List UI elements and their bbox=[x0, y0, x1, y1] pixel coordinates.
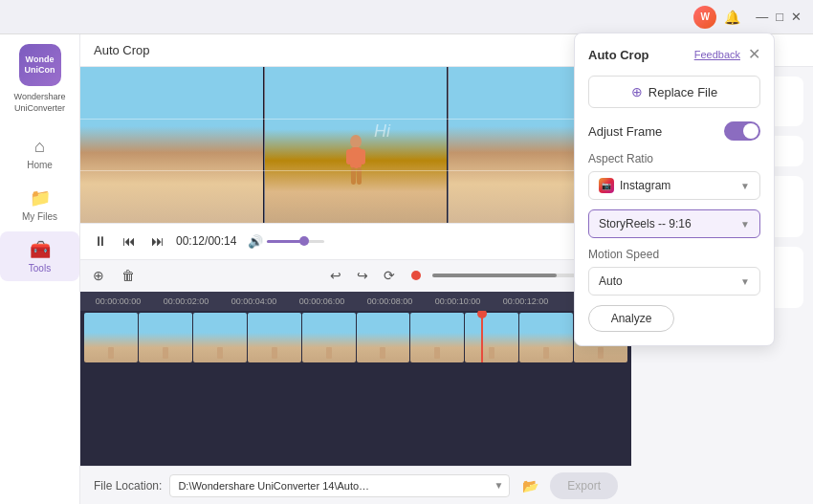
progress-fill bbox=[432, 274, 557, 277]
aspect-ratio-label: Aspect Ratio bbox=[588, 152, 760, 165]
fig-3 bbox=[217, 347, 223, 359]
track-thumb-3 bbox=[193, 313, 247, 362]
motion-speed-select[interactable]: Auto ▼ bbox=[588, 267, 760, 296]
fig-2 bbox=[163, 347, 168, 359]
trash-button[interactable]: 🗑 bbox=[117, 266, 140, 285]
ruler-mark-4: 00:00:08:00 bbox=[356, 296, 424, 306]
sub-option-select[interactable]: StoryReels -- 9:16 ▼ bbox=[588, 209, 760, 238]
panel-header-right: Feedback ✕ bbox=[694, 47, 760, 62]
tools-icon: 🧰 bbox=[30, 239, 51, 260]
track-thumb-8 bbox=[465, 313, 518, 362]
analyze-button[interactable]: Analyze bbox=[588, 305, 674, 332]
panel-header: Auto Crop Feedback ✕ bbox=[588, 47, 760, 62]
ruler-mark-3: 00:00:06:00 bbox=[288, 296, 356, 306]
sidebar: WondeUniCon Wondershare UniConverter ⌂ H… bbox=[0, 34, 80, 504]
volume-icon: 🔊 bbox=[248, 234, 263, 249]
feedback-link[interactable]: Feedback bbox=[694, 49, 740, 60]
avatar: W bbox=[693, 6, 716, 29]
track-thumb-1 bbox=[84, 313, 138, 362]
svg-point-0 bbox=[350, 135, 362, 148]
replace-file-label: Replace File bbox=[648, 85, 717, 99]
playhead[interactable] bbox=[481, 313, 483, 362]
bell-icon[interactable]: 🔔 bbox=[724, 10, 740, 25]
maximize-icon[interactable]: □ bbox=[776, 10, 783, 24]
sidebar-label-tools: Tools bbox=[29, 263, 51, 274]
motion-speed-label: Motion Speed bbox=[588, 248, 760, 261]
svg-rect-5 bbox=[357, 167, 362, 185]
video-canvas: Hi bbox=[80, 67, 631, 223]
fig-4 bbox=[272, 347, 277, 359]
fig-7 bbox=[434, 347, 440, 359]
fig-8 bbox=[489, 347, 494, 359]
app-name: Wondershare UniConverter bbox=[0, 92, 79, 114]
titlebar: W 🔔 — □ ✕ bbox=[0, 0, 813, 34]
prev-button[interactable]: ⏮ bbox=[119, 231, 140, 251]
next-button[interactable]: ⏭ bbox=[147, 231, 168, 251]
track-thumb-6 bbox=[357, 313, 410, 362]
ruler-mark-6: 00:00:12:00 bbox=[492, 296, 560, 306]
forward-button[interactable]: ⟳ bbox=[379, 266, 400, 285]
volume-thumb[interactable] bbox=[299, 236, 309, 246]
sidebar-item-tools[interactable]: 🧰 Tools bbox=[0, 231, 79, 281]
redo-button[interactable]: ↪ bbox=[352, 266, 373, 285]
sidebar-logo-text: WondeUniCon bbox=[25, 55, 55, 76]
track-thumb-4 bbox=[248, 313, 301, 362]
panel-title: Auto Crop bbox=[588, 48, 649, 62]
timeline-ruler: 00:00:00:00 00:00:02:00 00:00:04:00 00:0… bbox=[80, 292, 631, 311]
adjust-frame-toggle[interactable] bbox=[724, 121, 760, 141]
sub-option-arrow: ▼ bbox=[740, 219, 750, 230]
adjust-frame-row: Adjust Frame bbox=[588, 121, 760, 141]
aspect-ratio-value: 📷 Instagram bbox=[599, 178, 670, 193]
svg-rect-2 bbox=[346, 149, 352, 164]
editor-title: Auto Crop bbox=[94, 43, 150, 57]
track-thumb-7 bbox=[410, 313, 464, 362]
hi-text: Hi bbox=[374, 121, 390, 142]
path-dropdown-arrow[interactable]: ▼ bbox=[494, 480, 503, 491]
panel-close-button[interactable]: ✕ bbox=[748, 47, 760, 62]
file-location-bar: File Location: D:\Wondershare UniConvert… bbox=[80, 466, 631, 504]
fig-1 bbox=[108, 347, 114, 359]
video-cell-left bbox=[80, 67, 263, 223]
sidebar-logo: WondeUniCon bbox=[19, 44, 61, 86]
playback-buttons: ↩ ↪ ⟳ bbox=[325, 266, 400, 285]
toggle-knob bbox=[743, 123, 758, 139]
sidebar-item-home[interactable]: ⌂ Home bbox=[0, 129, 79, 178]
timeline-tracks bbox=[80, 311, 631, 467]
file-location-path[interactable]: D:\Wondershare UniConverter 14\AutoCrop … bbox=[169, 474, 510, 497]
add-clip-button[interactable]: ⊕ bbox=[88, 266, 109, 285]
playhead-head bbox=[477, 311, 487, 318]
video-controls: ⏸ ⏮ ⏭ 00:12/00:14 🔊 ⛶ bbox=[80, 223, 631, 259]
adjust-frame-label: Adjust Frame bbox=[588, 124, 662, 139]
export-button[interactable]: Export bbox=[550, 472, 618, 499]
sub-option-text: StoryReels -- 9:16 bbox=[599, 217, 692, 230]
play-pause-button[interactable]: ⏸ bbox=[90, 231, 111, 251]
files-icon: 📁 bbox=[30, 187, 51, 208]
replace-file-button[interactable]: ⊕ Replace File bbox=[588, 76, 760, 108]
ruler-marks: 00:00:00:00 00:00:02:00 00:00:04:00 00:0… bbox=[84, 296, 627, 306]
volume-track[interactable] bbox=[267, 240, 324, 243]
svg-rect-3 bbox=[360, 149, 365, 164]
ruler-mark-0: 00:00:00:00 bbox=[84, 296, 152, 306]
sidebar-label-home: Home bbox=[27, 160, 53, 170]
sidebar-label-my-files: My Files bbox=[22, 211, 57, 222]
close-icon[interactable]: ✕ bbox=[791, 10, 802, 24]
record-indicator bbox=[411, 271, 421, 280]
sidebar-item-my-files[interactable]: 📁 My Files bbox=[0, 180, 79, 230]
timeline-toolbar: ⊕ 🗑 ↩ ↪ ⟳ ＋ bbox=[80, 259, 631, 292]
fig-9 bbox=[543, 347, 549, 359]
motion-speed-text: Auto bbox=[599, 274, 623, 288]
undo-button[interactable]: ↩ bbox=[325, 266, 346, 285]
track-content bbox=[84, 313, 627, 362]
minimize-icon[interactable]: — bbox=[756, 10, 768, 24]
folder-button[interactable]: 📂 bbox=[517, 473, 542, 498]
motion-speed-arrow: ▼ bbox=[740, 276, 750, 287]
aspect-ratio-select[interactable]: 📷 Instagram ▼ bbox=[588, 171, 760, 200]
time-display: 00:12/00:14 bbox=[176, 234, 236, 248]
autocrop-panel: Auto Crop Feedback ✕ ⊕ Replace File Adju… bbox=[574, 33, 775, 346]
track-thumb-9 bbox=[519, 313, 573, 362]
replace-icon: ⊕ bbox=[631, 84, 643, 99]
instagram-icon: 📷 bbox=[599, 178, 614, 193]
video-cell-center: Hi bbox=[265, 67, 448, 223]
volume-slider[interactable]: 🔊 bbox=[248, 234, 324, 249]
video-grid: Hi bbox=[80, 67, 631, 223]
